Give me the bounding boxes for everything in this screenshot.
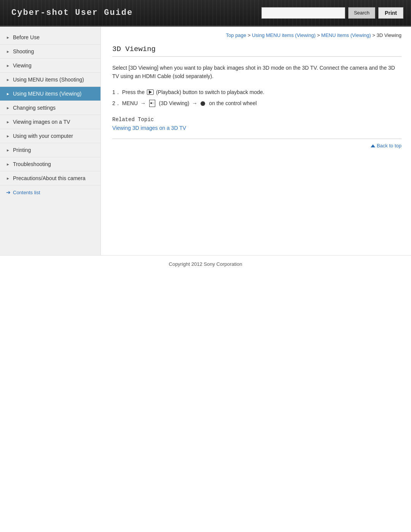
sidebar-item-label: Using with your computer [13,133,73,139]
sidebar: ► Before Use ► Shooting ► Viewing ► Usin… [0,27,101,255]
breadcrumb-using-menu-viewing[interactable]: Using MENU items (Viewing) [252,32,315,38]
sidebar-item-label: Changing settings [13,105,56,111]
print-button[interactable]: Print [378,7,403,19]
breadcrumb-current: 3D Viewing [376,32,401,38]
chevron-right-icon: ► [6,78,10,82]
related-topic-label: Related Topic [112,117,401,123]
sidebar-item-shooting[interactable]: ► Shooting [0,45,100,59]
back-to-top-link[interactable]: Back to top [371,143,401,149]
contents-list-link[interactable]: ➔ Contents list [0,185,100,199]
chevron-right-icon: ► [6,50,10,54]
sidebar-item-using-menu-shooting[interactable]: ► Using MENU items (Shooting) [0,73,100,87]
step-2-3d-label: (3D Viewing) [158,99,190,108]
step-1: 1． Press the (Playback) button to switch… [112,88,401,97]
control-wheel-dot-icon [201,101,205,106]
app-title: Cyber-shot User Guide [0,8,133,18]
page-description: Select [3D Viewing] when you want to pla… [112,64,401,81]
main-layout: ► Before Use ► Shooting ► Viewing ► Usin… [0,27,411,255]
chevron-right-icon: ► [6,162,10,166]
chevron-right-icon: ► [6,134,10,138]
content-area: Top page > Using MENU items (Viewing) > … [101,27,411,255]
contents-link-label: Contents list [13,190,40,195]
sidebar-item-using-menu-viewing[interactable]: ► Using MENU items (Viewing) [0,87,100,101]
chevron-right-icon: ► [6,176,10,181]
chevron-right-icon: ► [6,120,10,124]
step-2: 2． MENU → ■□ (3D Viewing) → on the contr… [112,99,401,108]
sidebar-item-printing[interactable]: ► Printing [0,143,100,157]
breadcrumb: Top page > Using MENU items (Viewing) > … [112,32,401,38]
footer: Copyright 2012 Sony Corporation [0,255,411,275]
related-topic-link[interactable]: Viewing 3D images on a 3D TV [112,125,186,131]
header: Cyber-shot User Guide Search Print [0,0,411,27]
chevron-right-icon: ► [6,148,10,152]
copyright-text: Copyright 2012 Sony Corporation [169,261,242,267]
sidebar-item-label: Printing [13,147,31,153]
chevron-right-icon: ► [6,106,10,110]
steps-list: 1． Press the (Playback) button to switch… [112,88,401,108]
sidebar-item-label: Before Use [13,34,40,40]
sidebar-item-label: Using MENU items (Viewing) [13,91,81,97]
play-triangle-icon [149,90,152,94]
header-controls: Search Print [261,7,411,19]
step-1-prefix: Press the [122,88,145,97]
sidebar-item-viewing-tv[interactable]: ► Viewing images on a TV [0,115,100,129]
arrow-icon-1: → [140,99,146,108]
sidebar-item-label: Viewing [13,62,32,69]
step-2-suffix: on the control wheel [207,99,256,108]
step-1-suffix: (Playback) button to switch to playback … [156,88,264,97]
arrow-right-icon: ➔ [6,189,11,195]
sidebar-item-troubleshooting[interactable]: ► Troubleshooting [0,157,100,171]
sidebar-item-changing-settings[interactable]: ► Changing settings [0,101,100,115]
sidebar-item-label: Troubleshooting [13,161,51,167]
sidebar-item-label: Using MENU items (Shooting) [13,77,84,83]
playback-button-icon [147,89,154,95]
sidebar-item-viewing[interactable]: ► Viewing [0,59,100,73]
3d-viewing-menu-icon: ■□ [149,100,155,107]
sidebar-item-using-computer[interactable]: ► Using with your computer [0,129,100,143]
breadcrumb-menu-items-viewing[interactable]: MENU items (Viewing) [321,32,371,38]
chevron-right-icon: ► [6,64,10,68]
arrow-icon-2: → [192,99,197,108]
sidebar-item-label: Shooting [13,48,34,54]
sidebar-item-before-use[interactable]: ► Before Use [0,30,100,45]
chevron-right-icon: ► [6,92,10,96]
related-topic-section: Related Topic Viewing 3D images on a 3D … [112,117,401,131]
sidebar-item-label: Viewing images on a TV [13,119,70,125]
step-1-number: 1． [112,88,121,97]
sidebar-item-label: Precautions/About this camera [13,175,86,181]
back-to-top-row: Back to top [112,139,401,149]
chevron-right-icon: ► [6,35,10,40]
triangle-up-icon [371,144,375,147]
back-to-top-label: Back to top [377,143,401,149]
sidebar-item-precautions[interactable]: ► Precautions/About this camera [0,171,100,185]
search-button[interactable]: Search [348,7,375,19]
search-input[interactable] [261,7,345,19]
breadcrumb-top-page[interactable]: Top page [226,32,247,38]
page-title: 3D Viewing [112,45,401,57]
step-2-menu: MENU [122,99,138,108]
step-2-number: 2． [112,99,121,108]
